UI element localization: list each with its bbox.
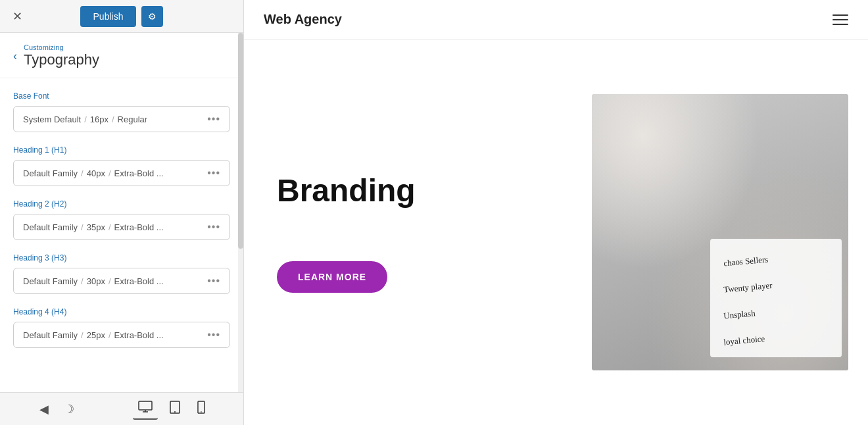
font-sep-2-heading4: / [108, 330, 111, 340]
site-name: Web Agency [264, 12, 342, 27]
scroll-thumb[interactable] [238, 33, 243, 249]
font-group-heading4: Heading 4 (H4) Default Family / 25px / E… [13, 307, 230, 348]
font-sep-2-base-font: / [112, 114, 114, 124]
font-group-label-heading4: Heading 4 (H4) [13, 307, 230, 316]
font-sep-1-base-font: / [84, 114, 87, 124]
left-panel: ✕ Publish ⚙ ‹ Customizing Typography Bas… [0, 0, 243, 425]
font-sep-1-heading1: / [81, 168, 84, 178]
font-weight-heading2: Extra-Bold ... [114, 222, 164, 232]
font-row-heading4[interactable]: Default Family / 25px / Extra-Bold ... •… [13, 322, 230, 348]
font-more-btn-heading4[interactable]: ••• [207, 329, 220, 341]
preview-left: Branding LEARN MORE [244, 39, 592, 425]
history-back-icon[interactable]: ◀ [34, 399, 55, 420]
writing-area: chaos Sellers Twenty player Unsplash loy… [710, 239, 842, 357]
scroll-track [238, 33, 243, 392]
font-size-heading4: 25px [87, 330, 105, 340]
font-group-label-heading1: Heading 1 (H1) [13, 145, 230, 155]
desktop-icon[interactable] [133, 398, 158, 420]
writing-word-3: Unsplash [723, 301, 836, 322]
moon-icon[interactable]: ☽ [59, 399, 80, 420]
font-sep-2-heading3: / [108, 276, 111, 286]
font-sep-2-heading2: / [108, 222, 111, 232]
font-group-base-font: Base Font System Default / 16px / Regula… [13, 91, 230, 132]
font-more-btn-heading3[interactable]: ••• [207, 275, 220, 287]
writing-word-1: chaos Sellers [723, 249, 836, 269]
font-row-values-base-font: System Default / 16px / Regular [23, 114, 147, 124]
section-title: Typography [24, 51, 99, 68]
font-group-label-heading2: Heading 2 (H2) [13, 199, 230, 209]
svg-point-4 [174, 411, 176, 413]
font-family-heading2: Default Family [23, 222, 78, 232]
font-more-btn-heading1[interactable]: ••• [207, 167, 220, 179]
font-more-btn-base-font[interactable]: ••• [207, 113, 220, 125]
preview-image: chaos Sellers Twenty player Unsplash loy… [592, 94, 848, 370]
preview-area: Web Agency Branding LEARN MORE chaos Sel… [243, 0, 868, 425]
font-weight-heading3: Extra-Bold ... [114, 276, 164, 286]
bottom-bar-left: ◀ ☽ [34, 399, 80, 420]
font-row-heading2[interactable]: Default Family / 35px / Extra-Bold ... •… [13, 214, 230, 240]
font-family-heading4: Default Family [23, 330, 78, 340]
section-header: ‹ Customizing Typography [0, 33, 243, 78]
font-group-label-heading3: Heading 3 (H3) [13, 253, 230, 262]
font-group-heading2: Heading 2 (H2) Default Family / 35px / E… [13, 199, 230, 240]
font-sep-1-heading4: / [81, 330, 84, 340]
font-size-heading1: 40px [87, 168, 105, 178]
publish-button[interactable]: Publish [80, 6, 137, 27]
learn-more-button[interactable]: LEARN MORE [277, 261, 387, 293]
font-weight-base-font: Regular [118, 114, 148, 124]
preview-heading: Branding [277, 172, 559, 209]
font-group-label-base-font: Base Font [13, 91, 230, 101]
top-bar: ✕ Publish ⚙ [0, 0, 243, 33]
preview-right: chaos Sellers Twenty player Unsplash loy… [592, 39, 868, 425]
font-size-heading3: 30px [87, 276, 105, 286]
hamburger-line-3 [832, 24, 848, 25]
font-row-values-heading1: Default Family / 40px / Extra-Bold ... [23, 168, 164, 178]
hamburger-line-2 [832, 19, 848, 20]
font-size-base-font: 16px [90, 114, 108, 124]
panel-content: Base Font System Default / 16px / Regula… [0, 78, 243, 392]
font-row-heading3[interactable]: Default Family / 30px / Extra-Bold ... •… [13, 268, 230, 294]
font-weight-heading1: Extra-Bold ... [114, 168, 164, 178]
font-family-heading3: Default Family [23, 276, 78, 286]
font-group-heading3: Heading 3 (H3) Default Family / 30px / E… [13, 253, 230, 294]
preview-header: Web Agency [244, 0, 868, 39]
writing-word-4: loyal choice [723, 328, 836, 348]
device-icons [133, 398, 210, 420]
font-row-values-heading2: Default Family / 35px / Extra-Bold ... [23, 222, 164, 232]
font-sep-2-heading1: / [108, 168, 111, 178]
preview-body: Branding LEARN MORE chaos Sellers Twenty… [244, 39, 868, 425]
customizing-label: Customizing [24, 43, 99, 51]
hamburger-line-1 [832, 14, 848, 16]
font-group-heading1: Heading 1 (H1) Default Family / 40px / E… [13, 145, 230, 186]
font-family-heading1: Default Family [23, 168, 78, 178]
mobile-icon[interactable] [192, 398, 210, 420]
font-weight-heading4: Extra-Bold ... [114, 330, 164, 340]
font-row-values-heading4: Default Family / 25px / Extra-Bold ... [23, 330, 164, 340]
font-sep-1-heading3: / [81, 276, 84, 286]
hamburger-menu[interactable] [832, 14, 848, 25]
font-row-values-heading3: Default Family / 30px / Extra-Bold ... [23, 276, 164, 286]
back-button[interactable]: ‹ [13, 49, 17, 63]
svg-point-6 [201, 411, 202, 413]
font-size-heading2: 35px [87, 222, 105, 232]
font-sep-1-heading2: / [81, 222, 84, 232]
section-header-text: Customizing Typography [24, 43, 99, 68]
close-button[interactable]: ✕ [8, 7, 26, 26]
writing-word-2: Twenty player [723, 275, 836, 295]
font-more-btn-heading2[interactable]: ••• [207, 221, 220, 233]
settings-button[interactable]: ⚙ [141, 6, 163, 27]
font-family-base-font: System Default [23, 114, 81, 124]
bottom-bar: ◀ ☽ [0, 392, 243, 425]
tablet-icon[interactable] [164, 398, 185, 420]
font-row-heading1[interactable]: Default Family / 40px / Extra-Bold ... •… [13, 160, 230, 186]
font-row-base-font[interactable]: System Default / 16px / Regular ••• [13, 106, 230, 132]
svg-rect-0 [139, 401, 152, 410]
